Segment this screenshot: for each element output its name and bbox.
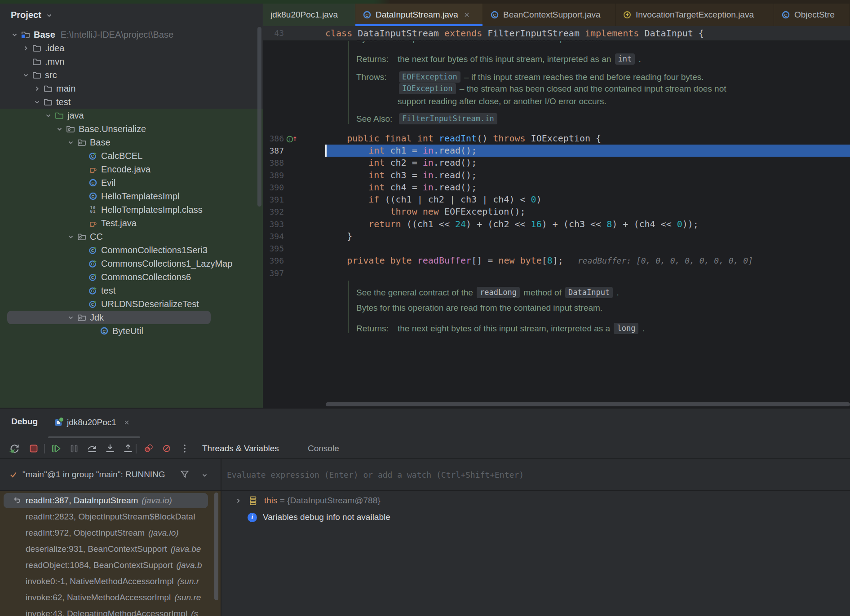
chevron-down-icon[interactable] — [46, 12, 53, 19]
code-line-386[interactable]: public final int readInt() throws IOExce… — [325, 132, 601, 145]
code-line-391[interactable]: if ((ch1 | ch2 | ch3 | ch4) < 0) — [325, 194, 542, 206]
evaluate-expression-input[interactable]: Evaluate expression (Enter) or add a wat… — [221, 458, 850, 491]
line-number-397[interactable]: 397 — [263, 267, 284, 279]
editor-tab-jdk8u20poc1-java[interactable]: jdk8u20Poc1.java — [263, 4, 355, 26]
code-line-393[interactable]: return ((ch1 << 24) + (ch2 << 16) + (ch3… — [325, 218, 699, 230]
tree-item-main[interactable]: main — [0, 82, 263, 95]
stack-frame-row[interactable]: deserialize:931, BeanContextSupport(java… — [0, 541, 221, 557]
project-header[interactable]: Project — [0, 4, 263, 26]
tree-item-calcbcel[interactable]: CCalcBCEL — [0, 149, 263, 163]
tree-item-evil[interactable]: CEvil — [0, 176, 263, 189]
step-over-button[interactable] — [86, 443, 98, 454]
line-number-390[interactable]: 390 — [263, 181, 284, 194]
line-number-394[interactable]: 394 — [263, 230, 284, 242]
tree-item-commonscollections1-lazymap[interactable]: CCommonsCollections1_LazyMap — [0, 257, 263, 270]
chevron-down-icon[interactable] — [31, 97, 42, 107]
tree-item-commoncollections1seri3[interactable]: CCommonCollections1Seri3 — [0, 243, 263, 257]
tree-item--idea[interactable]: .idea — [0, 41, 263, 55]
project-scrollbar[interactable] — [257, 27, 261, 207]
stop-button[interactable] — [28, 443, 40, 454]
chevron-down-icon[interactable] — [54, 123, 65, 134]
editor-tab-datainputstream-java[interactable]: CDataInputStream.java — [355, 4, 483, 26]
chevron-down-icon[interactable] — [65, 231, 76, 242]
line-number-395[interactable]: 395 — [263, 242, 284, 255]
chevron-down-icon[interactable] — [20, 70, 31, 80]
editor-tab-invocationtargetexception-java[interactable]: InvocationTargetException.java — [615, 4, 774, 26]
doc-text: . — [640, 324, 645, 334]
line-number-391[interactable]: 391 — [263, 194, 284, 206]
code-line-394[interactable]: } — [325, 230, 352, 242]
tree-item-test-java[interactable]: Test.java — [0, 216, 263, 230]
line-number-386[interactable]: 386 — [263, 132, 284, 145]
tab-console[interactable]: Console — [308, 444, 339, 453]
doc-code-chip[interactable]: FilterInputStream.in — [399, 113, 497, 124]
tree-item-base-unserialize[interactable]: Base.Unserialize — [0, 122, 263, 136]
code-line-392[interactable]: throw new EOFException(); — [325, 206, 526, 218]
stack-frame-row[interactable]: readObject:1084, BeanContextSupport(java… — [0, 557, 221, 573]
stack-frame-row[interactable]: invoke:62, NativeMethodAccessorImpl(sun.… — [0, 590, 221, 606]
doc-code-chip[interactable]: IOException — [399, 83, 456, 94]
tree-item-base[interactable]: BaseE:\IntelliJ-IDEA\project\Base — [0, 28, 263, 41]
tree-item-urldnsdeserializetest[interactable]: CURLDNSDeserializeTest — [0, 297, 263, 311]
view-breakpoints-button[interactable] — [143, 443, 155, 454]
tree-item-hellotemplatesimpl[interactable]: CHelloTemplatesImpl — [0, 189, 263, 203]
variable-row-this[interactable]: this = {DataInputStream@788} — [221, 493, 850, 509]
code-line-389[interactable]: int ch3 = in.read(); — [325, 169, 477, 181]
frames-scrollbar[interactable] — [214, 493, 218, 600]
line-number-392[interactable]: 392 — [263, 206, 284, 218]
tree-item-src[interactable]: src — [0, 68, 263, 82]
step-out-button[interactable] — [122, 443, 134, 454]
tree-item-cc[interactable]: CC — [0, 230, 263, 243]
sticky-context-line[interactable]: 43class DataInputStream extends FilterIn… — [263, 26, 850, 41]
chevron-down-icon[interactable] — [43, 110, 53, 121]
chevron-down-icon[interactable] — [65, 312, 76, 323]
tree-item--mvn[interactable]: .mvn — [0, 55, 263, 68]
override-marker-icon[interactable]: I — [286, 132, 299, 145]
stack-frame-row[interactable]: readInt:2823, ObjectInputStream$BlockDat… — [0, 509, 221, 525]
close-icon[interactable] — [464, 12, 470, 18]
doc-code-chip[interactable]: EOFException — [399, 71, 460, 83]
rerun-debug-button[interactable] — [9, 443, 21, 454]
debug-session-tab[interactable]: jdk8u20Poc1 — [54, 413, 130, 432]
tree-item-hellotemplatesimpl-class[interactable]: 1001HelloTemplatesImpl.class — [0, 203, 263, 216]
stack-frame-row[interactable]: invoke:43, DelegatingMethodAccessorImpl(… — [0, 606, 221, 616]
filter-funnel-icon[interactable] — [180, 470, 190, 479]
tree-item-test[interactable]: test — [0, 95, 263, 109]
tree-item-commonscollections6[interactable]: CCommonsCollections6 — [0, 270, 263, 284]
tree-item-jdk[interactable]: Jdk — [0, 311, 263, 324]
resume-button[interactable] — [50, 443, 62, 454]
tab-threads-variables[interactable]: Threads & Variables — [202, 444, 279, 453]
more-button[interactable] — [179, 443, 190, 454]
chevron-down-icon[interactable] — [201, 472, 208, 479]
close-icon[interactable] — [124, 419, 130, 426]
chevron-right-icon[interactable] — [31, 83, 42, 94]
line-number-393[interactable]: 393 — [263, 218, 284, 230]
code-line-387[interactable]: int ch1 = in.read(); — [325, 145, 477, 157]
tree-item-test[interactable]: Ctest — [0, 284, 263, 297]
tree-item-encode-java[interactable]: Encode.java — [0, 163, 263, 176]
chevron-right-icon[interactable] — [235, 497, 242, 504]
stack-frame-row[interactable]: invoke0:-1, NativeMethodAccessorImpl(sun… — [0, 573, 221, 590]
line-number-387[interactable]: 387 — [263, 145, 284, 157]
pause-button[interactable] — [68, 443, 80, 454]
editor-tab-beancontextsupport-java[interactable]: CBeanContextSupport.java — [483, 4, 615, 26]
code-line-388[interactable]: int ch2 = in.read(); — [325, 157, 477, 169]
chevron-down-icon[interactable] — [65, 137, 76, 148]
stack-frame-row[interactable]: readInt:387, DataInputStream(java.io) — [0, 493, 221, 509]
code-line-390[interactable]: int ch4 = in.read(); — [325, 181, 477, 194]
chevron-right-icon[interactable] — [20, 43, 31, 53]
mute-breakpoints-button[interactable] — [161, 443, 173, 454]
chevron-down-icon[interactable] — [9, 29, 20, 40]
line-number-389[interactable]: 389 — [263, 169, 284, 181]
tree-item-base[interactable]: Base — [0, 136, 263, 149]
tree-item-byteutil[interactable]: CByteUtil — [0, 324, 263, 338]
editor-content[interactable]: Bytes for this operation are read from t… — [263, 40, 850, 408]
line-number-388[interactable]: 388 — [263, 157, 284, 169]
code-line-396[interactable]: private byte readBuffer[] = new byte[8];… — [325, 255, 753, 267]
editor-tab-objectstre[interactable]: CObjectStre — [774, 4, 850, 26]
stack-frame-row[interactable]: readInt:972, ObjectInputStream(java.io) — [0, 525, 221, 541]
tree-item-java[interactable]: java — [0, 109, 263, 122]
step-into-button[interactable] — [104, 443, 116, 454]
editor-hscrollbar[interactable] — [326, 402, 850, 406]
line-number-396[interactable]: 396 — [263, 255, 284, 267]
